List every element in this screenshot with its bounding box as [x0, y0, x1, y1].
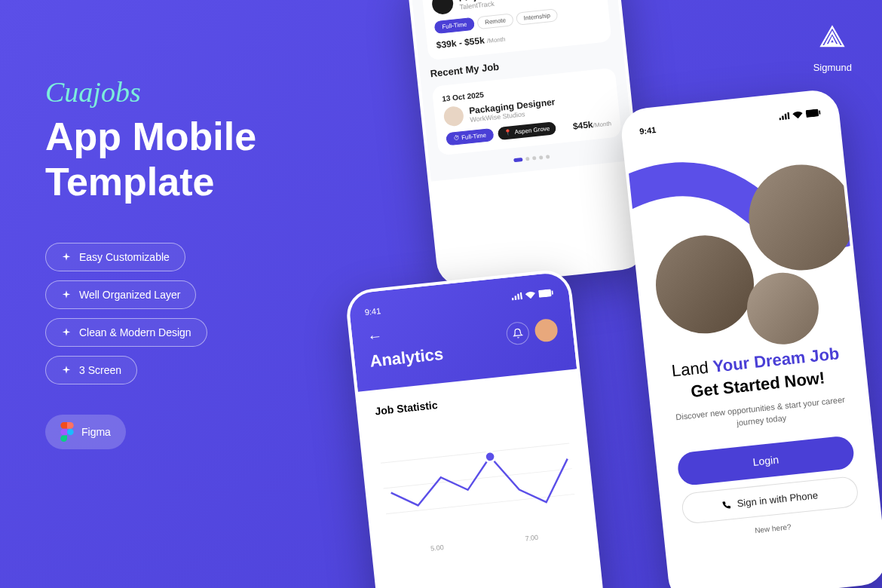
status-icons — [511, 288, 554, 302]
job-statistic-chart — [378, 412, 578, 545]
svg-point-9 — [485, 451, 496, 462]
phone-preview-jobs: Project Manager TalentTrack Full-Time Re… — [406, 0, 649, 289]
job-tag: Full-Time — [434, 17, 476, 34]
tag-label: Full-Time — [461, 132, 487, 141]
svg-line-7 — [383, 469, 572, 488]
sparkle-icon — [61, 252, 72, 262]
feature-pill: Clean & Modern Design — [45, 318, 207, 347]
title-line-1: App Mobile — [45, 115, 347, 160]
phone-preview-analytics: 9:41 ← Analytics Job Statistic 5.00 7.00 — [345, 268, 605, 588]
svg-rect-13 — [787, 112, 789, 120]
feature-pill: Well Organized Layer — [45, 280, 196, 309]
feature-label: Well Organized Layer — [79, 289, 180, 301]
svg-rect-12 — [785, 114, 787, 120]
wifi-icon — [792, 111, 804, 119]
bell-icon — [512, 328, 523, 339]
chart-title: Job Statistic — [375, 385, 565, 417]
svg-rect-2 — [517, 294, 519, 300]
svg-rect-0 — [512, 298, 514, 300]
side-job-card: Cont Mapic Full-Time $20k - $48k — [623, 0, 649, 32]
svg-rect-15 — [819, 111, 820, 115]
svg-rect-11 — [782, 115, 784, 120]
dot[interactable] — [532, 156, 536, 160]
page-title: App Mobile Template — [45, 115, 347, 205]
phone-icon — [721, 500, 731, 510]
dot[interactable] — [525, 157, 529, 161]
chart-x-label: 7.00 — [525, 534, 538, 543]
signal-icon — [511, 292, 522, 300]
location-tag: 📍 Aspen Grove — [498, 121, 556, 140]
onboarding-headline: Land Your Dream Job Get Started Now! — [666, 342, 847, 406]
feature-label: Easy Customizable — [79, 251, 170, 263]
brand-name: Cuajobs — [45, 75, 347, 109]
person-avatar — [743, 159, 859, 275]
phone-preview-onboarding: 9:41 Land Your Dream Job Get Started Now… — [619, 88, 882, 588]
job-tag: Internship — [516, 8, 559, 26]
feature-list: Easy Customizable Well Organized Layer C… — [45, 243, 347, 384]
feature-pill: Easy Customizable — [45, 243, 185, 271]
feature-label: Clean & Modern Design — [79, 326, 191, 338]
job-tag: Full-Time — [634, 0, 650, 11]
person-avatar — [651, 231, 759, 338]
figma-icon — [60, 422, 74, 442]
recent-job-card[interactable]: 13 Oct 2025 Packaging Designer WorkWise … — [432, 68, 622, 156]
location-label: Aspen Grove — [514, 125, 550, 136]
company-avatar — [431, 0, 455, 15]
sparkle-icon — [61, 289, 72, 300]
sparkle-icon — [61, 327, 72, 338]
headline-part: Land — [671, 357, 714, 381]
svg-line-6 — [381, 443, 570, 463]
salary-period: /Month — [593, 120, 611, 129]
company-avatar — [443, 106, 465, 127]
status-time: 9:41 — [364, 306, 381, 317]
job-company: TalentTrack — [459, 0, 530, 11]
job-tag: Remote — [476, 13, 514, 29]
dot[interactable] — [539, 155, 543, 159]
line-chart-svg — [378, 412, 578, 545]
svg-rect-1 — [514, 296, 516, 300]
wifi-icon — [525, 290, 536, 299]
recent-salary: $45k/Month — [572, 117, 611, 131]
svg-rect-5 — [552, 291, 553, 295]
title-line-2: Template — [45, 160, 347, 205]
feature-label: 3 Screen — [79, 364, 121, 376]
dot-active[interactable] — [513, 158, 522, 162]
svg-rect-3 — [520, 292, 522, 300]
signal-icon — [779, 112, 790, 120]
battery-icon — [538, 289, 554, 298]
job-tag: ⏱ Full-Time — [446, 128, 495, 146]
feature-pill: 3 Screen — [45, 356, 137, 384]
salary-value: $45k — [572, 119, 593, 132]
chart-x-label: 5.00 — [430, 544, 444, 553]
sigmund-logo: Sigmund — [813, 23, 852, 73]
phone-signin-label: Sign in with Phone — [737, 489, 819, 509]
figma-label: Figma — [81, 426, 111, 438]
svg-rect-14 — [806, 109, 819, 118]
person-avatar — [743, 269, 822, 348]
people-illustration — [625, 115, 859, 348]
figma-badge: Figma — [45, 415, 126, 449]
sigmund-label: Sigmund — [813, 62, 852, 73]
salary-value: $20k - $48k — [635, 8, 649, 23]
dot[interactable] — [546, 155, 550, 158]
salary-value: $39k - $55k — [436, 35, 485, 51]
salary-period: /Month — [487, 36, 506, 45]
svg-rect-10 — [779, 118, 781, 120]
svg-rect-4 — [538, 289, 552, 298]
sigmund-icon — [816, 23, 849, 56]
sparkle-icon — [61, 365, 72, 375]
